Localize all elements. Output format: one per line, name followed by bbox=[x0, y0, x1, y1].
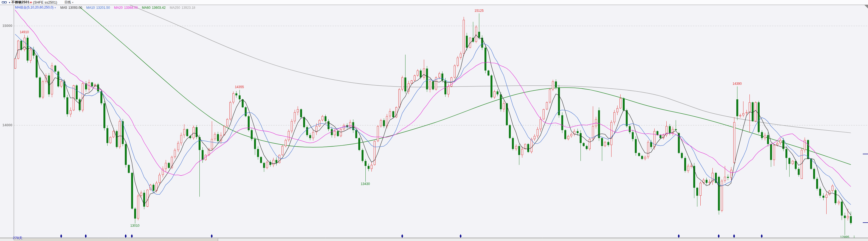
swing-low-label: 13010 bbox=[126, 224, 144, 228]
instrument-name: 不锈钢2501 bbox=[11, 0, 29, 5]
ma-combo-dropdown[interactable]: MA组合(5,10,20,60,250,0) ∨ bbox=[15, 5, 56, 10]
chevron-down-icon: ∨ bbox=[54, 7, 56, 9]
instrument-bullet-icon: ● bbox=[9, 1, 10, 4]
ma-combo-label: MA组合(5,10,20,60,250,0) bbox=[15, 5, 54, 10]
ma-legend-item-ma60: MA6013603.42 bbox=[142, 6, 165, 10]
instrument-code: (SHFE ss2501) bbox=[33, 1, 57, 4]
ma-legend-item-ma250: MA25013923.18 bbox=[170, 6, 195, 10]
ma-indicator-bar: MA组合(5,10,20,60,250,0) ∨ MA513093.00 MA1… bbox=[15, 5, 195, 10]
y-axis-label: 15000 bbox=[0, 24, 12, 28]
ma-legend-item-ma5: MA513093.00 bbox=[60, 6, 82, 10]
swing-high-label: 14390 bbox=[728, 82, 746, 86]
swing-high-label: 15125 bbox=[470, 9, 488, 12]
chevron-down-icon: ∨ bbox=[72, 1, 74, 4]
period-label: 日线 bbox=[64, 0, 71, 5]
link-icon[interactable] bbox=[2, 1, 7, 4]
panel-resize-triangle[interactable] bbox=[864, 5, 868, 8]
period-selector[interactable]: 日线 ∨ bbox=[64, 0, 74, 5]
swing-high-label: 14355 bbox=[231, 85, 248, 89]
horizontal-scrollbar[interactable] bbox=[0, 238, 868, 241]
scrollbar-thumb[interactable] bbox=[13, 238, 218, 241]
ma-legend-item-ma10: MA1013201.50 bbox=[86, 6, 110, 10]
title-bar: ● 不锈钢2501 M (SHFE ss2501) 日线 ∨ bbox=[0, 0, 868, 5]
swing-high-label: 14910 bbox=[16, 30, 33, 34]
candlestick-chart-canvas[interactable] bbox=[0, 0, 868, 241]
visible-days-label: 278天 bbox=[13, 236, 23, 240]
chart-window: ● 不锈钢2501 M (SHFE ss2501) 日线 ∨ MA组合(5,10… bbox=[0, 0, 868, 241]
ma-legend-item-ma20: MA2013368.00 bbox=[114, 6, 138, 10]
y-axis-label: 14000 bbox=[0, 123, 12, 127]
main-contract-badge: M bbox=[30, 1, 32, 4]
swing-low-label: 13430 bbox=[356, 182, 374, 186]
